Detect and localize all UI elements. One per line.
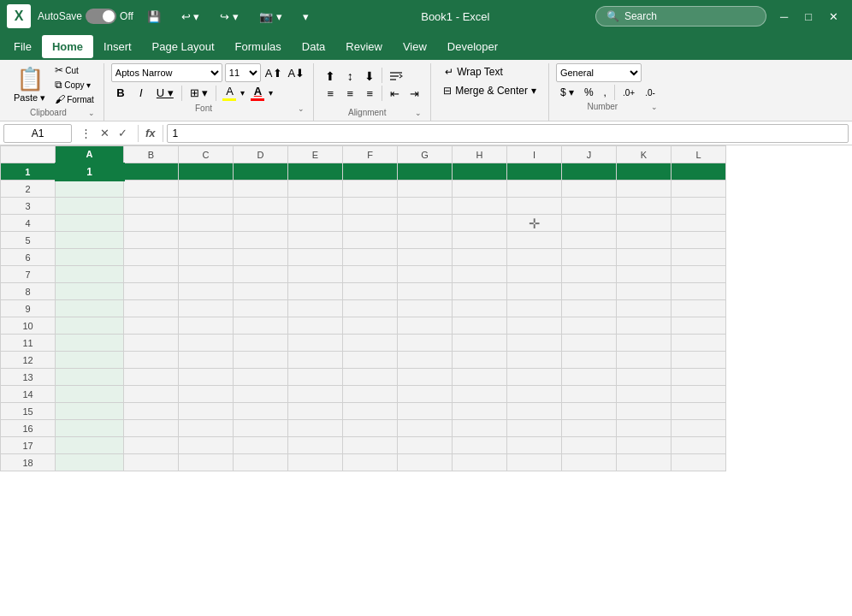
cell-F16[interactable] xyxy=(343,420,398,437)
cell-H16[interactable] xyxy=(453,420,507,437)
row-num-3[interactable]: 3 xyxy=(1,198,56,215)
cell-K15[interactable] xyxy=(617,403,672,420)
paste-button[interactable]: 📋 Paste ▾ xyxy=(10,64,49,105)
increase-decimal-button[interactable]: .0+ xyxy=(618,85,639,100)
borders-button[interactable]: ⊞ ▾ xyxy=(186,85,213,101)
cell-H18[interactable] xyxy=(453,454,507,471)
increase-font-size-button[interactable]: A⬆ xyxy=(263,66,284,80)
cell-F4[interactable] xyxy=(343,215,398,232)
cell-J9[interactable] xyxy=(562,300,617,317)
cell-E3[interactable] xyxy=(288,198,343,215)
minimize-button[interactable]: ─ xyxy=(773,7,795,27)
row-num-15[interactable]: 15 xyxy=(1,403,56,420)
cell-E14[interactable] xyxy=(288,386,343,403)
cell-C15[interactable] xyxy=(179,403,234,420)
wrap-text-button2[interactable]: ↵ Wrap Text xyxy=(438,63,541,80)
cell-B13[interactable] xyxy=(124,369,179,386)
cell-D16[interactable] xyxy=(234,420,288,437)
col-header-G[interactable]: G xyxy=(398,146,453,163)
cell-H13[interactable] xyxy=(453,369,507,386)
cell-J2[interactable] xyxy=(562,181,617,198)
cell-F3[interactable] xyxy=(343,198,398,215)
col-header-K[interactable]: K xyxy=(617,146,672,163)
merge-center-button[interactable]: ⊟ Merge & Center ▾ xyxy=(438,82,541,99)
cell-I10[interactable] xyxy=(507,317,562,335)
number-format-select[interactable]: General xyxy=(556,63,642,82)
cell-J18[interactable] xyxy=(562,454,617,471)
undo-button[interactable]: ↩ ▾ xyxy=(175,7,207,27)
clipboard-expand-button[interactable]: ⌄ xyxy=(86,109,97,117)
cell-I18[interactable] xyxy=(507,454,562,471)
cell-F14[interactable] xyxy=(343,386,398,403)
cell-E1[interactable] xyxy=(288,163,343,181)
cell-C13[interactable] xyxy=(179,369,234,386)
row-num-6[interactable]: 6 xyxy=(1,249,56,266)
cell-C4[interactable] xyxy=(179,215,234,232)
cell-B9[interactable] xyxy=(124,300,179,317)
cell-L6[interactable] xyxy=(672,249,726,266)
col-header-F[interactable]: F xyxy=(343,146,398,163)
cell-C3[interactable] xyxy=(179,198,234,215)
cell-D4[interactable] xyxy=(234,215,288,232)
cell-H3[interactable] xyxy=(453,198,507,215)
cell-L12[interactable] xyxy=(672,352,726,369)
cell-C14[interactable] xyxy=(179,386,234,403)
cell-H9[interactable] xyxy=(453,300,507,317)
cell-G6[interactable] xyxy=(398,249,453,266)
cell-A1[interactable]: 1 xyxy=(56,163,124,181)
cell-H5[interactable] xyxy=(453,232,507,249)
cell-D13[interactable] xyxy=(234,369,288,386)
cell-A5[interactable] xyxy=(56,232,124,249)
cell-B8[interactable] xyxy=(124,283,179,300)
cell-K18[interactable] xyxy=(617,454,672,471)
cell-I17[interactable] xyxy=(507,437,562,454)
decrease-font-size-button[interactable]: A⬇ xyxy=(287,66,307,80)
cell-C8[interactable] xyxy=(179,283,234,300)
font-expand-button[interactable]: ⌄ xyxy=(296,104,306,113)
cell-B15[interactable] xyxy=(124,403,179,420)
menu-file[interactable]: File xyxy=(3,35,42,58)
cell-L9[interactable] xyxy=(672,300,726,317)
align-right-button[interactable]: ≡ xyxy=(360,86,379,102)
cell-C6[interactable] xyxy=(179,249,234,266)
cell-E13[interactable] xyxy=(288,369,343,386)
cell-G16[interactable] xyxy=(398,420,453,437)
cell-J3[interactable] xyxy=(562,198,617,215)
cell-D7[interactable] xyxy=(234,266,288,283)
cell-B10[interactable] xyxy=(124,317,179,335)
row-num-12[interactable]: 12 xyxy=(1,352,56,369)
cell-F2[interactable] xyxy=(343,181,398,198)
cut-button[interactable]: ✂ Cut xyxy=(52,63,97,77)
align-center-button[interactable]: ≡ xyxy=(340,86,359,102)
row-num-18[interactable]: 18 xyxy=(1,454,56,471)
cell-D14[interactable] xyxy=(234,386,288,403)
col-header-C[interactable]: C xyxy=(179,146,234,163)
cell-A10[interactable] xyxy=(56,317,124,335)
decrease-decimal-button[interactable]: .0- xyxy=(641,85,660,100)
number-expand-button[interactable]: ⌄ xyxy=(649,103,660,111)
cell-K12[interactable] xyxy=(617,352,672,369)
cell-A14[interactable] xyxy=(56,386,124,403)
cell-A4[interactable] xyxy=(56,215,124,232)
row-num-9[interactable]: 9 xyxy=(1,300,56,317)
cell-G8[interactable] xyxy=(398,283,453,300)
quick-access-dropdown[interactable]: ▾ xyxy=(296,7,316,27)
cell-G3[interactable] xyxy=(398,198,453,215)
cell-C16[interactable] xyxy=(179,420,234,437)
font-family-select[interactable]: Aptos Narrow xyxy=(111,63,222,82)
col-header-L[interactable]: L xyxy=(672,146,726,163)
cell-A17[interactable] xyxy=(56,437,124,454)
cell-L8[interactable] xyxy=(672,283,726,300)
cell-I11[interactable] xyxy=(507,335,562,352)
cell-J4[interactable] xyxy=(562,215,617,232)
align-left-button[interactable]: ≡ xyxy=(321,86,340,102)
cell-L15[interactable] xyxy=(672,403,726,420)
font-color-dropdown[interactable]: ▾ xyxy=(269,88,273,98)
cell-D1[interactable] xyxy=(234,163,288,181)
redo-button[interactable]: ↪ ▾ xyxy=(213,7,246,27)
copy-button[interactable]: ⧉ Copy ▾ xyxy=(52,78,97,92)
cell-L7[interactable] xyxy=(672,266,726,283)
row-num-8[interactable]: 8 xyxy=(1,283,56,300)
cell-I16[interactable] xyxy=(507,420,562,437)
fill-color-button[interactable]: A xyxy=(220,84,239,102)
